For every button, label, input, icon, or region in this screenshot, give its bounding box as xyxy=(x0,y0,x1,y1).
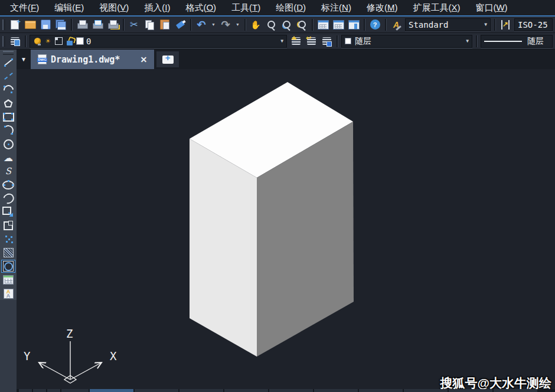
arc-tool-button[interactable] xyxy=(1,124,15,137)
drawing-canvas[interactable]: Z Y X 搜狐号@大水牛测绘 xyxy=(17,69,555,392)
menu-M[interactable]: 修改(M) xyxy=(359,0,406,15)
line-tool-button[interactable] xyxy=(1,56,15,69)
construction-line-tool-button[interactable] xyxy=(1,70,15,83)
text-style-select[interactable]: Standard xyxy=(405,18,491,31)
statusbar-segment[interactable] xyxy=(449,389,492,392)
pan-button[interactable] xyxy=(249,18,263,32)
hatch-tool-button[interactable] xyxy=(1,246,15,259)
plot-export-button[interactable] xyxy=(106,18,120,32)
zoom-previous-button[interactable] xyxy=(295,18,309,32)
point-tool-button[interactable] xyxy=(1,233,15,246)
redo-history-button[interactable] xyxy=(234,18,241,32)
layer-vp-freeze-icon[interactable] xyxy=(54,37,63,46)
statusbar-segment[interactable] xyxy=(404,389,448,392)
menu-E[interactable]: 编辑(E) xyxy=(47,0,92,15)
help-button[interactable] xyxy=(368,18,382,32)
layer-previous-button[interactable] xyxy=(304,34,318,48)
print-preview-icon xyxy=(91,18,104,31)
linetype-select[interactable]: 随层 xyxy=(481,35,553,48)
make-object-layer-current-button[interactable] xyxy=(289,34,303,48)
revision-cloud-tool-button[interactable] xyxy=(1,151,15,164)
polyline-icon xyxy=(2,84,14,96)
statusbar-segment[interactable] xyxy=(61,389,89,392)
statusbar-segment[interactable] xyxy=(224,389,268,392)
match-properties-button[interactable] xyxy=(173,18,187,32)
layer-states-button[interactable] xyxy=(319,34,334,48)
statusbar-segment[interactable] xyxy=(269,389,313,392)
print-button[interactable] xyxy=(75,18,89,32)
ucs-y-axis xyxy=(39,362,70,380)
rectangle-tool-button[interactable] xyxy=(1,110,15,123)
statusbar-segment[interactable] xyxy=(494,389,537,392)
region-icon xyxy=(2,260,14,272)
statusbar-segment[interactable] xyxy=(90,389,133,392)
redo-button[interactable] xyxy=(218,18,233,32)
print-preview-button[interactable] xyxy=(90,18,105,32)
layer-select[interactable]: 0 xyxy=(30,35,287,48)
statusbar-segment[interactable] xyxy=(359,389,403,392)
tab-overflow-button[interactable] xyxy=(17,50,31,69)
make-block-tool-button[interactable] xyxy=(1,219,15,232)
menu-W[interactable]: 窗口(W) xyxy=(468,0,515,15)
quickcalc-palette-button[interactable] xyxy=(316,18,330,32)
layer-thaw-icon[interactable] xyxy=(44,37,53,46)
tab-close-icon[interactable] xyxy=(140,55,147,64)
menu-D[interactable]: 绘图(D) xyxy=(268,0,314,15)
layer-unlock-icon[interactable] xyxy=(65,37,74,46)
sheets-palette-button[interactable] xyxy=(347,18,361,32)
undo-history-button[interactable] xyxy=(210,18,217,32)
menu-X[interactable]: 扩展工具(X) xyxy=(405,0,468,15)
toolbar-separator xyxy=(71,19,72,31)
dim-style-button[interactable] xyxy=(498,18,512,32)
ellipse-arc-tool-button[interactable] xyxy=(1,192,15,205)
toolbar-gripper[interactable] xyxy=(3,51,14,55)
spline-tool-button[interactable] xyxy=(1,165,15,178)
paste-button[interactable] xyxy=(158,18,172,32)
layer-on-icon[interactable] xyxy=(33,37,42,46)
copy-icon xyxy=(143,18,156,31)
new-tab-button[interactable] xyxy=(156,51,179,67)
tab-title: Drawing1.dwg* xyxy=(51,54,120,65)
copy-button[interactable] xyxy=(142,18,156,32)
toolbar-gripper[interactable] xyxy=(2,36,5,47)
mtext-tool-button[interactable] xyxy=(1,287,15,300)
dim-style-select[interactable]: ISO-25 xyxy=(514,18,553,31)
menu-N[interactable]: 标注(N) xyxy=(314,0,359,15)
statusbar-segment[interactable] xyxy=(179,389,223,392)
undo-button[interactable] xyxy=(194,18,208,32)
save-button[interactable] xyxy=(38,18,53,32)
cut-button[interactable] xyxy=(127,18,141,32)
statusbar-segment[interactable] xyxy=(47,389,60,392)
new-button[interactable] xyxy=(8,18,22,32)
menu-I[interactable]: 插入(I) xyxy=(136,0,178,15)
insert-block-tool-button[interactable] xyxy=(1,205,15,218)
save-all-button[interactable] xyxy=(54,18,68,32)
menu-T[interactable]: 工具(T) xyxy=(224,0,268,15)
zoom-window-button[interactable] xyxy=(279,18,293,32)
text-style-button[interactable] xyxy=(389,18,403,32)
circle-tool-button[interactable] xyxy=(1,138,15,151)
table-tool-button[interactable] xyxy=(1,273,15,286)
zoom-previous-icon xyxy=(295,18,308,31)
menu-V[interactable]: 视图(V) xyxy=(92,0,136,15)
object-color-select[interactable]: 随层 xyxy=(341,35,472,48)
layer-color-swatch[interactable] xyxy=(76,37,84,46)
menu-F[interactable]: 文件(F) xyxy=(2,0,47,15)
cells-palette-button[interactable] xyxy=(331,18,345,32)
tab-drawing1[interactable]: Drawing1.dwg* xyxy=(31,50,154,69)
statusbar-segment[interactable] xyxy=(314,389,358,392)
toolbar-gripper[interactable] xyxy=(2,19,5,30)
polygon-tool-button[interactable] xyxy=(1,97,15,110)
statusbar-segment[interactable] xyxy=(19,389,32,392)
menu-O[interactable]: 格式(O) xyxy=(178,0,224,15)
open-button[interactable] xyxy=(23,18,37,32)
region-tool-button[interactable] xyxy=(1,260,15,273)
zoom-realtime-button[interactable] xyxy=(264,18,278,32)
table-icon xyxy=(2,274,14,286)
ellipse-tool-button[interactable] xyxy=(1,178,15,191)
polyline-tool-button[interactable] xyxy=(1,83,15,96)
statusbar-segment[interactable] xyxy=(135,389,178,392)
statusbar-segment[interactable] xyxy=(33,389,46,392)
layer-properties-button[interactable] xyxy=(8,34,22,48)
drawing-canvas-svg[interactable]: Z Y X xyxy=(17,69,555,392)
